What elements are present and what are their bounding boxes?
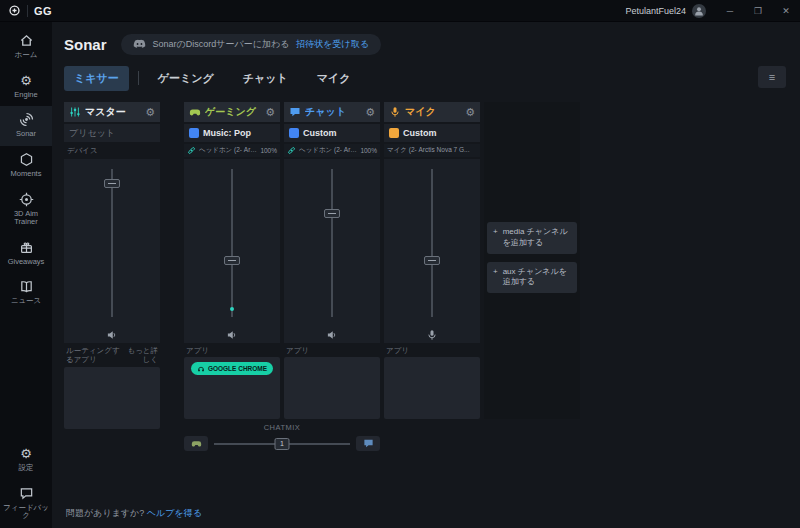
preset-label: プリセット <box>69 127 115 140</box>
preset-selector-gaming[interactable]: Music: Pop <box>184 124 280 142</box>
discord-invite-pill[interactable]: SonarのDiscordサーバーに加わる 招待状を受け取る <box>121 34 381 55</box>
plus-icon: + <box>493 227 498 249</box>
sidebar-item-label: 3D Aim Trainer <box>2 210 50 227</box>
channel-gaming: ゲーミング ⚙ Music: Pop ヘッドホン (2- Arctis ... … <box>184 102 280 429</box>
sidebar-item-label: Sonar <box>16 130 36 139</box>
chatmix-chat-end <box>356 436 380 451</box>
slider-handle[interactable] <box>324 209 340 218</box>
tabs: ミキサー ゲーミング チャット マイク ≡ <box>64 66 788 90</box>
minimize-button[interactable]: ─ <box>716 0 744 22</box>
gamepad-icon <box>189 106 201 118</box>
app-chip-google-chrome[interactable]: GOOGLE CHROME <box>191 362 273 375</box>
maximize-button[interactable]: ❐ <box>744 0 772 22</box>
channel-chat-header: チャット ⚙ <box>284 102 380 122</box>
preset-icon <box>389 128 399 138</box>
channel-chat-name: チャット <box>305 105 361 119</box>
help-link[interactable]: ヘルプを得る <box>147 508 202 518</box>
gg-logo-icon <box>8 4 21 17</box>
slider-track <box>111 169 113 317</box>
tab-mixer[interactable]: ミキサー <box>64 66 129 91</box>
gear-icon[interactable]: ⚙ <box>265 107 275 118</box>
gear-icon[interactable]: ⚙ <box>365 107 375 118</box>
sidebar-item-label: フィードバック <box>2 504 50 521</box>
gear-icon: ⚙ <box>19 446 34 461</box>
avatar[interactable] <box>692 4 706 18</box>
routed-apps-label: ルーティングするアプリ <box>66 346 123 365</box>
volume-slider-master[interactable] <box>64 159 160 327</box>
preset-row-label: プリセット <box>64 124 160 142</box>
speaker-icon <box>326 329 338 341</box>
audio-level-dot <box>230 307 234 311</box>
slider-track <box>231 169 233 317</box>
routed-apps-box-chat[interactable] <box>284 357 380 419</box>
discord-invite-link[interactable]: 招待状を受け取る <box>296 38 369 51</box>
mute-button-chat[interactable] <box>284 327 380 343</box>
sidebar-item-moments[interactable]: Moments <box>0 146 52 186</box>
more-info-link[interactable]: もっと詳しく <box>127 346 158 365</box>
slider-handle[interactable] <box>104 179 120 188</box>
gamepad-icon <box>191 438 202 449</box>
slider-handle[interactable] <box>224 256 240 265</box>
sidebar-item-home[interactable]: ホーム <box>0 27 52 67</box>
device-name: マイク (2- Arctis Nova 7 G... <box>387 146 477 155</box>
volume-slider-chat[interactable] <box>284 159 380 327</box>
preset-selector-chat[interactable]: Custom <box>284 124 380 142</box>
sidebar-item-news[interactable]: ニュース <box>0 273 52 313</box>
device-name: ヘッドホン (2- Arctis ... <box>299 146 357 155</box>
tab-gaming[interactable]: ゲーミング <box>148 66 224 91</box>
chat-bubble-icon <box>289 106 301 118</box>
tab-mic[interactable]: マイク <box>307 66 361 91</box>
sidebar-item-giveaways[interactable]: Giveaways <box>0 234 52 274</box>
gear-icon[interactable]: ⚙ <box>465 107 475 118</box>
gear-icon[interactable]: ⚙ <box>145 107 155 118</box>
sidebar-item-label: Giveaways <box>8 258 45 267</box>
volume-slider-gaming[interactable] <box>184 159 280 327</box>
plus-icon: + <box>493 267 498 289</box>
mute-button-mic[interactable] <box>384 327 480 343</box>
slider-handle[interactable] <box>424 256 440 265</box>
device-name: ヘッドホン (2- Arctis ... <box>199 146 257 155</box>
menu-button[interactable]: ≡ <box>758 66 786 88</box>
mic-icon <box>426 329 438 341</box>
channel-chat: チャット ⚙ Custom ヘッドホン (2- Arctis ... 100% <box>284 102 380 429</box>
sidebar-item-sonar[interactable]: Sonar <box>0 106 52 146</box>
add-aux-channel-button[interactable]: + aux チャンネルを追加する <box>487 262 577 294</box>
main-content: Sonar SonarのDiscordサーバーに加わる 招待状を受け取る ミキサ… <box>52 22 800 528</box>
routed-apps-box-mic[interactable] <box>384 357 480 419</box>
sliders-icon <box>69 106 81 118</box>
device-selector-gaming[interactable]: ヘッドホン (2- Arctis ... 100% <box>184 144 280 157</box>
sonar-icon <box>19 112 34 127</box>
sidebar-item-settings[interactable]: ⚙ 設定 <box>0 440 52 480</box>
chatmix-game-end <box>184 436 208 451</box>
sidebar-item-aim-trainer[interactable]: 3D Aim Trainer <box>0 186 52 234</box>
preset-selector-mic[interactable]: Custom <box>384 124 480 142</box>
close-button[interactable]: ✕ <box>772 0 800 22</box>
sidebar-item-label: ホーム <box>15 51 38 60</box>
device-volume-pct: 100% <box>260 147 277 154</box>
news-icon <box>19 279 34 294</box>
device-label: デバイス <box>67 146 98 156</box>
volume-slider-mic[interactable] <box>384 159 480 327</box>
chatmix-slider[interactable]: 1 <box>214 443 350 445</box>
channel-master: マスター ⚙ プリセット デバイス ルーティングするアプリ <box>64 102 160 429</box>
device-selector-chat[interactable]: ヘッドホン (2- Arctis ... 100% <box>284 144 380 157</box>
mute-button-gaming[interactable] <box>184 327 280 343</box>
help-footer: 問題がありますか? ヘルプを得る <box>66 507 202 520</box>
chatmix-handle[interactable]: 1 <box>275 438 290 450</box>
sidebar-item-engine[interactable]: ⚙ Engine <box>0 67 52 107</box>
sidebar-item-feedback[interactable]: フィードバック <box>0 480 52 528</box>
channel-master-name: マスター <box>85 105 141 119</box>
tab-chat[interactable]: チャット <box>233 66 298 91</box>
channel-master-header: マスター ⚙ <box>64 102 160 122</box>
mute-button-master[interactable] <box>64 327 160 343</box>
add-media-channel-button[interactable]: + media チャンネルを追加する <box>487 222 577 254</box>
apps-label: アプリ <box>286 346 309 355</box>
sidebar: ホーム ⚙ Engine Sonar Moments 3D Aim Traine… <box>0 22 52 528</box>
routed-apps-box-master[interactable] <box>64 367 160 429</box>
headphones-icon <box>197 365 205 373</box>
device-volume-pct: 100% <box>360 147 377 154</box>
home-icon <box>19 33 34 48</box>
tab-separator <box>138 71 139 85</box>
routed-apps-box-gaming[interactable]: GOOGLE CHROME <box>184 357 280 419</box>
device-selector-mic[interactable]: マイク (2- Arctis Nova 7 G... <box>384 144 480 157</box>
